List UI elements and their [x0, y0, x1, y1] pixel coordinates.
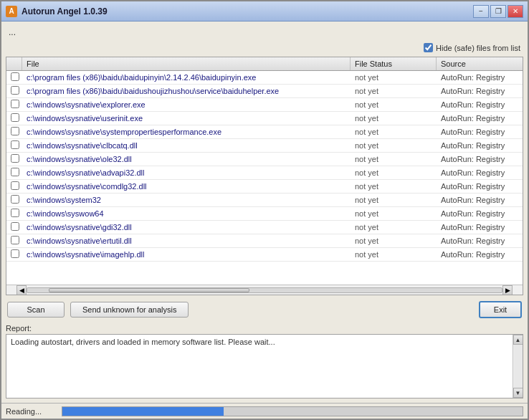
table-row[interactable]: c:\program files (x86)\baidu\baidushouji…	[6, 85, 523, 98]
row-checkbox-cell[interactable]	[6, 85, 22, 97]
report-scroll-track[interactable]	[514, 345, 523, 388]
row-checkbox-cell[interactable]	[6, 166, 22, 179]
row-file: c:\program files (x86)\baidu\baidushouji…	[22, 85, 351, 97]
row-checkbox[interactable]	[11, 181, 19, 190]
row-checkbox[interactable]	[11, 209, 19, 217]
h-scroll-track[interactable]	[27, 287, 502, 293]
row-file: c:\windows\sysnative\explorer.exe	[22, 99, 351, 110]
h-scroll-thumb[interactable]	[49, 288, 249, 292]
table-scroll-area[interactable]: c:\program files (x86)\baidu\baidupinyin…	[6, 71, 523, 285]
row-source: AutoRun: Registry	[437, 153, 523, 165]
row-checkbox-cell[interactable]	[6, 234, 22, 247]
row-checkbox[interactable]	[11, 86, 19, 95]
hide-safe-label[interactable]: Hide (safe) files from list	[424, 43, 520, 52]
hide-safe-checkbox[interactable]	[424, 43, 433, 52]
exit-button[interactable]: Exit	[479, 301, 522, 318]
row-status: not yet	[351, 167, 437, 178]
top-controls: Hide (safe) files from list	[6, 42, 523, 54]
file-table: File File Status Source c:\program files…	[6, 57, 523, 295]
row-checkbox-cell[interactable]	[6, 248, 22, 261]
scan-button[interactable]: Scan	[7, 302, 65, 318]
content-area: ... Hide (safe) files from list File Fil…	[1, 22, 528, 403]
row-checkbox-cell[interactable]	[6, 98, 22, 111]
row-checkbox-cell[interactable]	[6, 153, 22, 166]
row-source: AutoRun: Registry	[437, 235, 523, 247]
row-source: AutoRun: Registry	[437, 167, 523, 178]
row-checkbox-cell[interactable]	[6, 207, 22, 220]
close-button[interactable]: ✕	[507, 5, 523, 18]
row-file: c:\windows\syswow64	[22, 208, 351, 219]
status-bar: Reading...	[1, 403, 528, 419]
row-checkbox-cell[interactable]	[6, 180, 22, 193]
row-checkbox[interactable]	[11, 72, 19, 81]
row-source: AutoRun: Registry	[437, 221, 523, 233]
row-status: not yet	[351, 85, 437, 97]
table-row[interactable]: c:\windows\sysnative\comdlg32.dll not ye…	[6, 180, 523, 194]
row-checkbox-cell[interactable]	[6, 112, 22, 125]
row-status: not yet	[351, 99, 437, 110]
table-rows: c:\program files (x86)\baidu\baidupinyin…	[6, 71, 523, 262]
row-checkbox-cell[interactable]	[6, 125, 22, 138]
report-label: Report:	[6, 324, 523, 333]
row-checkbox[interactable]	[11, 154, 19, 163]
table-row[interactable]: c:\windows\sysnative\systempropertiesper…	[6, 125, 523, 139]
row-source: AutoRun: Registry	[437, 249, 523, 260]
row-checkbox[interactable]	[11, 249, 19, 258]
menu-dots[interactable]: ...	[9, 27, 16, 37]
progress-bar	[62, 406, 523, 416]
row-checkbox[interactable]	[11, 195, 19, 204]
report-scrollbar[interactable]: ▲ ▼	[513, 335, 523, 398]
row-checkbox-cell[interactable]	[6, 221, 22, 234]
row-checkbox-cell[interactable]	[6, 194, 22, 206]
restore-button[interactable]: ❐	[490, 5, 506, 18]
table-row[interactable]: c:\windows\sysnative\explorer.exe not ye…	[6, 98, 523, 112]
row-status: not yet	[351, 72, 437, 83]
row-file: c:\program files (x86)\baidu\baidupinyin…	[22, 72, 351, 83]
row-checkbox[interactable]	[11, 236, 19, 244]
row-file: c:\windows\sysnative\userinit.exe	[22, 113, 351, 124]
report-scroll-down[interactable]: ▼	[513, 388, 523, 398]
row-checkbox[interactable]	[11, 100, 19, 108]
row-file: c:\windows\sysnative\systempropertiesper…	[22, 126, 351, 138]
minimize-button[interactable]: −	[473, 5, 489, 18]
table-row[interactable]: c:\windows\system32 not yet AutoRun: Reg…	[6, 194, 523, 207]
table-row[interactable]: c:\windows\sysnative\userinit.exe not ye…	[6, 112, 523, 125]
row-source: AutoRun: Registry	[437, 99, 523, 110]
table-row[interactable]: c:\windows\sysnative\gdi32.dll not yet A…	[6, 221, 523, 234]
row-checkbox-cell[interactable]	[6, 139, 22, 152]
horizontal-scrollbar[interactable]: ◀ ▶	[6, 285, 523, 295]
row-status: not yet	[351, 181, 437, 192]
app-icon: A	[6, 6, 17, 17]
table-row[interactable]: c:\windows\sysnative\ertutil.dll not yet…	[6, 234, 523, 248]
row-status: not yet	[351, 235, 437, 247]
table-row[interactable]: c:\program files (x86)\baidu\baidupinyin…	[6, 71, 523, 85]
row-source: AutoRun: Registry	[437, 113, 523, 124]
row-source: AutoRun: Registry	[437, 126, 523, 138]
header-check	[6, 57, 22, 70]
table-row[interactable]: c:\windows\syswow64 not yet AutoRun: Reg…	[6, 207, 523, 221]
row-checkbox[interactable]	[11, 113, 19, 122]
row-source: AutoRun: Registry	[437, 181, 523, 192]
table-row[interactable]: c:\windows\sysnative\ole32.dll not yet A…	[6, 153, 523, 166]
row-file: c:\windows\sysnative\ertutil.dll	[22, 235, 351, 247]
table-row[interactable]: c:\windows\sysnative\clbcatq.dll not yet…	[6, 139, 523, 153]
row-checkbox[interactable]	[11, 168, 19, 176]
row-checkbox[interactable]	[11, 222, 19, 231]
row-checkbox[interactable]	[11, 127, 19, 135]
scroll-right-btn[interactable]: ▶	[502, 285, 513, 295]
send-unknown-button[interactable]: Send unknown for analysis	[70, 302, 189, 318]
row-checkbox-cell[interactable]	[6, 71, 22, 84]
row-status: not yet	[351, 194, 437, 206]
table-row[interactable]: c:\windows\sysnative\advapi32.dll not ye…	[6, 166, 523, 180]
window-title: Autorun Angel 1.0.39	[22, 6, 473, 16]
report-section: Report: Loading autostart, drivers and l…	[6, 324, 523, 398]
row-status: not yet	[351, 140, 437, 151]
report-scroll-up[interactable]: ▲	[513, 335, 523, 345]
row-source: AutoRun: Registry	[437, 208, 523, 219]
row-status: not yet	[351, 249, 437, 260]
scroll-left-btn[interactable]: ◀	[16, 285, 27, 295]
table-row[interactable]: c:\windows\sysnative\imagehlp.dll not ye…	[6, 248, 523, 262]
row-checkbox[interactable]	[11, 140, 19, 149]
row-file: c:\windows\sysnative\imagehlp.dll	[22, 249, 351, 260]
row-source: AutoRun: Registry	[437, 72, 523, 83]
